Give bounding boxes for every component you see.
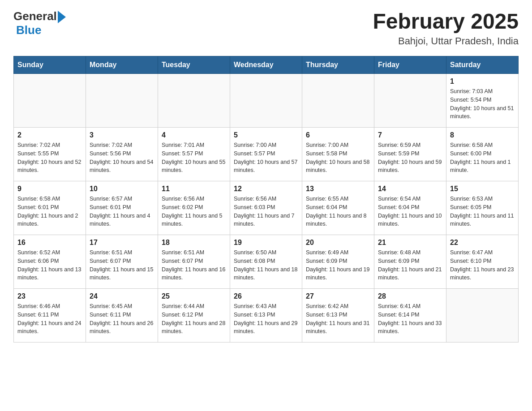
calendar-cell <box>446 289 519 342</box>
day-info: Sunrise: 6:43 AMSunset: 6:13 PMDaylight:… <box>234 302 298 336</box>
day-info: Sunrise: 6:52 AMSunset: 6:06 PMDaylight:… <box>17 248 82 282</box>
calendar-cell: 15Sunrise: 6:53 AMSunset: 6:05 PMDayligh… <box>446 181 519 235</box>
day-info: Sunrise: 6:54 AMSunset: 6:04 PMDaylight:… <box>378 195 442 228</box>
calendar-cell: 7Sunrise: 6:59 AMSunset: 5:59 PMDaylight… <box>374 128 446 181</box>
location-title: Bahjoi, Uttar Pradesh, India <box>373 35 519 47</box>
day-info: Sunrise: 6:58 AMSunset: 6:01 PMDaylight:… <box>17 195 82 228</box>
day-info: Sunrise: 6:59 AMSunset: 5:59 PMDaylight:… <box>378 141 442 175</box>
calendar-cell: 2Sunrise: 7:02 AMSunset: 5:55 PMDaylight… <box>14 128 86 181</box>
calendar-cell: 18Sunrise: 6:51 AMSunset: 6:07 PMDayligh… <box>158 235 230 289</box>
weekday-header-wednesday: Wednesday <box>230 56 302 74</box>
calendar-cell: 14Sunrise: 6:54 AMSunset: 6:04 PMDayligh… <box>374 181 446 235</box>
calendar-cell: 19Sunrise: 6:50 AMSunset: 6:08 PMDayligh… <box>230 235 302 289</box>
day-info: Sunrise: 7:00 AMSunset: 5:57 PMDaylight:… <box>234 141 298 175</box>
calendar-cell <box>230 74 302 128</box>
calendar-cell <box>374 74 446 128</box>
calendar-week-row: 1Sunrise: 7:03 AMSunset: 5:54 PMDaylight… <box>14 74 519 128</box>
day-info: Sunrise: 6:56 AMSunset: 6:03 PMDaylight:… <box>234 195 298 228</box>
calendar-cell: 28Sunrise: 6:41 AMSunset: 6:14 PMDayligh… <box>374 289 446 342</box>
weekday-header-sunday: Sunday <box>14 56 86 74</box>
calendar-cell <box>14 74 86 128</box>
day-info: Sunrise: 6:44 AMSunset: 6:12 PMDaylight:… <box>162 302 226 336</box>
day-number: 11 <box>162 185 226 193</box>
calendar-week-row: 16Sunrise: 6:52 AMSunset: 6:06 PMDayligh… <box>14 235 519 289</box>
calendar-cell: 3Sunrise: 7:02 AMSunset: 5:56 PMDaylight… <box>86 128 158 181</box>
day-number: 27 <box>306 292 370 300</box>
calendar-cell: 5Sunrise: 7:00 AMSunset: 5:57 PMDaylight… <box>230 128 302 181</box>
logo: General Blue <box>13 9 66 37</box>
title-block: February 2025 Bahjoi, Uttar Pradesh, Ind… <box>373 9 519 47</box>
calendar-cell: 8Sunrise: 6:58 AMSunset: 6:00 PMDaylight… <box>446 128 519 181</box>
weekday-header-monday: Monday <box>86 56 158 74</box>
calendar-cell: 16Sunrise: 6:52 AMSunset: 6:06 PMDayligh… <box>14 235 86 289</box>
weekday-header-friday: Friday <box>374 56 446 74</box>
day-number: 14 <box>378 185 442 193</box>
day-number: 4 <box>162 131 226 139</box>
calendar-cell: 24Sunrise: 6:45 AMSunset: 6:11 PMDayligh… <box>86 289 158 342</box>
day-info: Sunrise: 6:46 AMSunset: 6:11 PMDaylight:… <box>17 302 82 336</box>
day-number: 25 <box>162 292 226 300</box>
calendar-week-row: 23Sunrise: 6:46 AMSunset: 6:11 PMDayligh… <box>14 289 519 342</box>
calendar-cell: 1Sunrise: 7:03 AMSunset: 5:54 PMDaylight… <box>446 74 519 128</box>
day-info: Sunrise: 6:45 AMSunset: 6:11 PMDaylight:… <box>90 302 154 336</box>
calendar-cell: 6Sunrise: 7:00 AMSunset: 5:58 PMDaylight… <box>302 128 374 181</box>
day-number: 6 <box>306 131 370 139</box>
day-number: 20 <box>306 239 370 247</box>
day-number: 5 <box>234 131 298 139</box>
day-number: 28 <box>378 292 442 300</box>
day-number: 21 <box>378 239 442 247</box>
day-info: Sunrise: 6:57 AMSunset: 6:01 PMDaylight:… <box>90 195 154 228</box>
calendar-table: SundayMondayTuesdayWednesdayThursdayFrid… <box>13 56 519 342</box>
day-number: 8 <box>450 131 515 139</box>
calendar-cell <box>86 74 158 128</box>
logo-arrow-icon <box>58 11 66 23</box>
day-info: Sunrise: 6:42 AMSunset: 6:13 PMDaylight:… <box>306 302 370 336</box>
day-info: Sunrise: 6:51 AMSunset: 6:07 PMDaylight:… <box>90 248 154 282</box>
day-info: Sunrise: 6:50 AMSunset: 6:08 PMDaylight:… <box>234 248 298 282</box>
day-number: 18 <box>162 239 226 247</box>
day-number: 23 <box>17 292 82 300</box>
calendar-cell: 17Sunrise: 6:51 AMSunset: 6:07 PMDayligh… <box>86 235 158 289</box>
day-number: 13 <box>306 185 370 193</box>
calendar-cell: 11Sunrise: 6:56 AMSunset: 6:02 PMDayligh… <box>158 181 230 235</box>
calendar-cell <box>302 74 374 128</box>
day-number: 10 <box>90 185 154 193</box>
calendar-cell: 20Sunrise: 6:49 AMSunset: 6:09 PMDayligh… <box>302 235 374 289</box>
calendar-cell: 12Sunrise: 6:56 AMSunset: 6:03 PMDayligh… <box>230 181 302 235</box>
calendar-cell: 4Sunrise: 7:01 AMSunset: 5:57 PMDaylight… <box>158 128 230 181</box>
calendar-cell <box>158 74 230 128</box>
day-number: 3 <box>90 131 154 139</box>
day-number: 9 <box>17 185 82 193</box>
calendar-cell: 9Sunrise: 6:58 AMSunset: 6:01 PMDaylight… <box>14 181 86 235</box>
day-info: Sunrise: 6:58 AMSunset: 6:00 PMDaylight:… <box>450 141 515 175</box>
day-number: 22 <box>450 239 515 247</box>
calendar-cell: 22Sunrise: 6:47 AMSunset: 6:10 PMDayligh… <box>446 235 519 289</box>
calendar-cell: 26Sunrise: 6:43 AMSunset: 6:13 PMDayligh… <box>230 289 302 342</box>
calendar-cell: 10Sunrise: 6:57 AMSunset: 6:01 PMDayligh… <box>86 181 158 235</box>
logo-blue-text: Blue <box>16 23 41 37</box>
calendar-week-row: 9Sunrise: 6:58 AMSunset: 6:01 PMDaylight… <box>14 181 519 235</box>
day-number: 24 <box>90 292 154 300</box>
calendar-week-row: 2Sunrise: 7:02 AMSunset: 5:55 PMDaylight… <box>14 128 519 181</box>
calendar-cell: 27Sunrise: 6:42 AMSunset: 6:13 PMDayligh… <box>302 289 374 342</box>
weekday-header-saturday: Saturday <box>446 56 519 74</box>
day-number: 1 <box>450 77 515 86</box>
day-number: 17 <box>90 239 154 247</box>
day-info: Sunrise: 6:47 AMSunset: 6:10 PMDaylight:… <box>450 248 515 282</box>
weekday-header-thursday: Thursday <box>302 56 374 74</box>
weekday-header-tuesday: Tuesday <box>158 56 230 74</box>
day-number: 12 <box>234 185 298 193</box>
day-number: 15 <box>450 185 515 193</box>
month-title: February 2025 <box>373 9 519 34</box>
day-number: 19 <box>234 239 298 247</box>
calendar-cell: 23Sunrise: 6:46 AMSunset: 6:11 PMDayligh… <box>14 289 86 342</box>
day-info: Sunrise: 7:02 AMSunset: 5:56 PMDaylight:… <box>90 141 154 175</box>
day-number: 2 <box>17 131 82 139</box>
day-info: Sunrise: 7:02 AMSunset: 5:55 PMDaylight:… <box>17 141 82 175</box>
day-number: 26 <box>234 292 298 300</box>
day-info: Sunrise: 7:03 AMSunset: 5:54 PMDaylight:… <box>450 87 515 121</box>
calendar-cell: 13Sunrise: 6:55 AMSunset: 6:04 PMDayligh… <box>302 181 374 235</box>
day-info: Sunrise: 7:01 AMSunset: 5:57 PMDaylight:… <box>162 141 226 175</box>
calendar-cell: 25Sunrise: 6:44 AMSunset: 6:12 PMDayligh… <box>158 289 230 342</box>
day-info: Sunrise: 6:49 AMSunset: 6:09 PMDaylight:… <box>306 248 370 282</box>
